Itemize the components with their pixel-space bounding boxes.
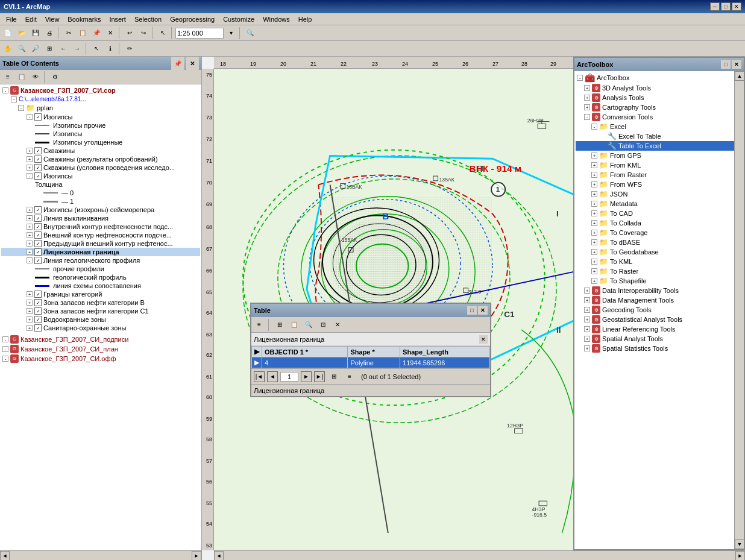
- toolbox-excel-to-table[interactable]: 🔧 Excel To Table: [576, 131, 743, 141]
- tb-expand-spatial[interactable]: +: [584, 336, 590, 342]
- arctoolbox-scroll-down[interactable]: ▼: [735, 540, 744, 549]
- expand-icon-wz[interactable]: +: [27, 316, 33, 322]
- select-btn[interactable]: ↖: [90, 42, 103, 55]
- map-scroll-right[interactable]: ►: [735, 551, 745, 561]
- toc-list-btn[interactable]: ≡: [1, 71, 14, 84]
- map-area[interactable]: 18 19 20 21 22 23 24 25 26 27 28 29 30 7…: [202, 57, 745, 560]
- tb-expand-root[interactable]: -: [577, 75, 583, 81]
- toc-group-off[interactable]: - G Казанское_ГЗП_2007_СИ.офф: [1, 354, 200, 363]
- tb-expand-kml[interactable]: +: [591, 162, 597, 168]
- toc-zone-c1[interactable]: + Зона запасов нефти категории С1: [1, 307, 200, 315]
- toolbox-geostatistical[interactable]: + ⚙ Geostatistical Analyst Tools: [576, 315, 743, 324]
- arctoolbox-scroll-track[interactable]: [735, 81, 744, 540]
- row-selector[interactable]: ▶: [252, 357, 262, 368]
- checkbox-bound[interactable]: [34, 291, 42, 298]
- close-button[interactable]: ✕: [732, 2, 741, 11]
- tb-expand-wfs[interactable]: +: [591, 181, 597, 187]
- toc-source-btn[interactable]: 📋: [15, 71, 28, 84]
- map-scroll-left[interactable]: ◄: [214, 551, 224, 561]
- identify-btn[interactable]: ℹ: [104, 42, 117, 55]
- tb-expand-mgmt[interactable]: +: [584, 297, 590, 303]
- checkbox-skvajiny[interactable]: [34, 147, 42, 154]
- checkbox-iz2[interactable]: [34, 172, 42, 180]
- toc-group-plan[interactable]: - G Казанское_ГЗП_2007_СИ_план: [1, 344, 200, 354]
- toolbox-root[interactable]: - 🧰 ArcToolbox: [576, 72, 743, 83]
- table-select-btn[interactable]: 📋: [288, 318, 301, 332]
- pointer-btn[interactable]: ↖: [156, 27, 169, 40]
- checkbox-zc1[interactable]: [34, 307, 42, 315]
- toc-geo-profile[interactable]: - Линия геологического профиля: [1, 256, 200, 265]
- toc-pin-btn[interactable]: 📌: [171, 57, 184, 70]
- table-row[interactable]: ▶ 4 Polyline 11944.565296: [252, 357, 490, 368]
- tb-expand-geocoding[interactable]: +: [584, 307, 590, 313]
- menu-insert[interactable]: Insert: [105, 14, 130, 24]
- toolbox-to-cad[interactable]: + 📁 To CAD: [576, 209, 743, 218]
- menu-geoprocessing[interactable]: Geoprocessing: [166, 14, 218, 24]
- page-number-input[interactable]: [280, 372, 298, 382]
- expand-icon-zc1[interactable]: +: [27, 308, 33, 314]
- table-options-btn[interactable]: ≡: [253, 318, 266, 332]
- toolbox-to-coverage[interactable]: + 📁 To Coverage: [576, 228, 743, 238]
- menu-bookmarks[interactable]: Bookmarks: [64, 14, 104, 24]
- map-h-track[interactable]: [224, 551, 735, 561]
- expand-icon-skvajiny-c[interactable]: +: [27, 165, 33, 171]
- menu-selection[interactable]: Selection: [131, 14, 165, 24]
- toc-line-scheme[interactable]: линия схемы сопоставления: [1, 282, 200, 290]
- checkbox-wz[interactable]: [34, 316, 42, 323]
- prev-page-btn[interactable]: ◄: [267, 371, 278, 382]
- checkbox-skvajiny-r[interactable]: [34, 156, 42, 163]
- expand-icon-plan[interactable]: -: [2, 346, 8, 352]
- toc-skvajiny-cond[interactable]: + Скважины (условия проведения исследо..…: [1, 163, 200, 172]
- table-zoom-btn[interactable]: 🔍: [302, 318, 315, 332]
- tb-expand-conv[interactable]: -: [584, 114, 590, 120]
- toolbox-excel-folder[interactable]: - 📁 Excel: [576, 122, 743, 131]
- toolbox-to-geodatabase[interactable]: + 📁 To Geodatabase: [576, 247, 743, 257]
- toc-license-boundary[interactable]: + Лицензионная граница: [1, 248, 200, 256]
- arctoolbox-restore-btn[interactable]: □: [721, 60, 731, 69]
- tb-expand-interop[interactable]: +: [584, 288, 590, 294]
- tb-expand-linref[interactable]: +: [584, 326, 590, 332]
- checkbox-skvajiny-c[interactable]: [34, 164, 42, 171]
- tb-expand-collada[interactable]: +: [591, 220, 597, 226]
- tb-expand-excel[interactable]: -: [591, 124, 597, 130]
- toc-outer-contour[interactable]: + Внешний контур нефтеносности подсче...: [1, 231, 200, 239]
- first-page-btn[interactable]: |◄: [254, 371, 265, 382]
- menu-edit[interactable]: Edit: [22, 14, 40, 24]
- toc-options-btn[interactable]: ⚙: [48, 71, 61, 84]
- toolbox-spatial-stats[interactable]: + ⚙ Spatial Statistics Tools: [576, 344, 743, 353]
- tb-expand-3d[interactable]: +: [584, 85, 590, 91]
- table-delete-btn[interactable]: ✕: [331, 318, 344, 332]
- tb-expand-spatialstats[interactable]: +: [584, 345, 590, 351]
- expand-icon-bound[interactable]: +: [27, 291, 33, 297]
- zoom-out-btn[interactable]: 🔎: [29, 42, 42, 55]
- expand-icon[interactable]: -: [18, 105, 24, 111]
- toc-skvajiny-results[interactable]: + Скважины (результаты опробований): [1, 155, 200, 163]
- scroll-right-btn[interactable]: ►: [192, 551, 201, 561]
- table-layout-btn[interactable]: ⊞: [273, 318, 286, 332]
- minimize-button[interactable]: ─: [710, 2, 720, 11]
- paste-btn[interactable]: 📌: [90, 27, 103, 40]
- toc-sanitary-zones[interactable]: + Санитарно-охранные зоны: [1, 324, 200, 332]
- toc-izochron[interactable]: + Изогипсы (изохроны) сейсморепера: [1, 206, 200, 214]
- tb-expand-meta[interactable]: +: [591, 201, 597, 207]
- search-btn[interactable]: 🔍: [244, 27, 257, 40]
- save-btn[interactable]: 💾: [29, 27, 42, 40]
- toolbox-data-mgmt[interactable]: + ⚙ Data Management Tools: [576, 295, 743, 305]
- toc-izogipsy2[interactable]: - Изогипсы: [1, 172, 200, 180]
- scale-dropdown[interactable]: ▾: [224, 27, 237, 40]
- tb-expand-carto[interactable]: +: [584, 104, 590, 110]
- toc-water-zones[interactable]: + Водоохранные зоны: [1, 315, 200, 324]
- expand-icon-prev[interactable]: +: [27, 241, 33, 247]
- last-page-btn[interactable]: ►|: [314, 371, 325, 382]
- tb-expand-json[interactable]: +: [591, 191, 597, 197]
- col-header-length[interactable]: Shape_Length: [400, 347, 490, 357]
- checkbox-liniya[interactable]: [34, 215, 42, 222]
- zoom-in-btn[interactable]: 🔍: [15, 42, 28, 55]
- print-btn[interactable]: 🖨: [43, 27, 56, 40]
- toolbox-spatial-analyst[interactable]: + ⚙ Spatial Analyst Tools: [576, 334, 743, 344]
- expand-icon[interactable]: -: [2, 87, 8, 93]
- expand-icon[interactable]: -: [27, 114, 33, 120]
- toc-izogipsy-thick[interactable]: Изогипсы утолщенные: [1, 138, 200, 146]
- menu-view[interactable]: View: [42, 14, 63, 24]
- expand-icon-geo[interactable]: -: [27, 257, 33, 263]
